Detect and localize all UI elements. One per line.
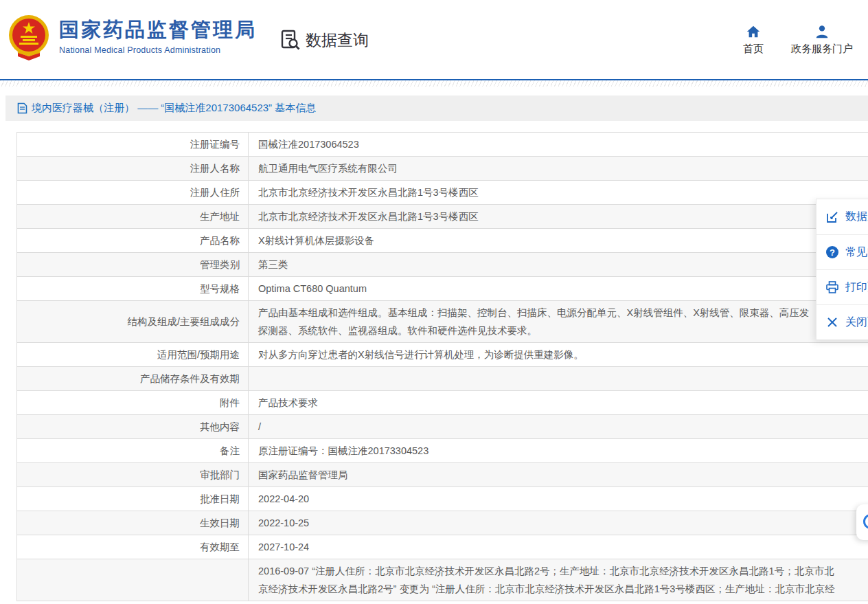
national-emblem-icon: [7, 14, 51, 60]
row-value-line: Optima CT680 Quantum: [258, 280, 868, 298]
panel-item-label: 常见问题: [845, 245, 868, 260]
data-query-section: 数据查询: [279, 29, 369, 51]
close-icon: [825, 315, 839, 329]
row-value: [249, 367, 868, 390]
table-row: 附件产品技术要求: [17, 391, 868, 415]
row-label: 型号规格: [17, 277, 249, 300]
document-icon: [17, 102, 27, 114]
row-value: 2022-10-25: [249, 511, 868, 535]
print-icon: [825, 280, 839, 294]
row-value: 航卫通用电气医疗系统有限公司: [249, 157, 868, 180]
panel-item-close[interactable]: 关闭页面: [816, 304, 868, 339]
page: 国家药品监督管理局 National Medical Products Admi…: [0, 0, 868, 604]
row-value-line: 京经济技术开发区永昌北路2号” 变更为 “注册人住所：北京市北京经济技术开发区永…: [258, 580, 868, 598]
home-icon: [746, 24, 761, 39]
row-value-line: 产品技术要求: [258, 394, 868, 412]
breadcrumb-text: 境内医疗器械（注册） —— “国械注准20173064523” 基本信息: [32, 102, 316, 115]
table-row: 注册人住所北京市北京经济技术开发区永昌北路1号3号楼西区: [17, 181, 868, 205]
row-label: 注册证编号: [17, 133, 249, 156]
nav-item-label: 政务服务门户: [791, 43, 853, 56]
row-value-line: 国家药品监督管理局: [258, 466, 868, 484]
row-value: 国家药品监督管理局: [249, 463, 868, 486]
row-value-line: 北京市北京经济技术开发区永昌北路1号3号楼西区: [258, 183, 868, 201]
table-row: 其他内容/: [17, 415, 868, 439]
row-value: 第三类: [249, 253, 868, 276]
table-row: 型号规格Optima CT680 Quantum: [17, 277, 868, 301]
panel-item-print[interactable]: 打印页面: [816, 269, 868, 304]
row-label: 结构及组成/主要组成成分: [17, 301, 249, 342]
row-label: 注册人住所: [17, 181, 249, 204]
table-row: 批准日期2022-04-20: [17, 487, 868, 511]
row-value: /: [249, 415, 868, 438]
row-value: 2016-09-07 “注册人住所：北京市北京经济技术开发区永昌北路2号；生产地…: [249, 559, 868, 601]
row-value: X射线计算机体层摄影设备: [249, 229, 868, 252]
row-value-line: 航卫通用电气医疗系统有限公司: [258, 159, 868, 177]
row-label: 管理类别: [17, 253, 249, 276]
row-label: 附件: [17, 391, 249, 414]
site-header: 国家药品监督管理局 National Medical Products Admi…: [0, 0, 868, 79]
faq-icon: ?: [825, 245, 839, 259]
user-icon: [814, 24, 830, 39]
floating-widget-button[interactable]: [856, 504, 868, 540]
hatch-strip: [0, 80, 868, 87]
table-row: 有效期至2027-10-24: [17, 535, 868, 559]
row-value: 2022-04-20: [249, 487, 868, 511]
feedback-icon: [825, 210, 839, 224]
row-label: 批准日期: [17, 487, 249, 511]
data-query-label: 数据查询: [306, 30, 369, 51]
row-value-line: 第三类: [258, 256, 868, 273]
info-table: 注册证编号国械注准20173064523注册人名称航卫通用电气医疗系统有限公司注…: [16, 132, 868, 601]
site-title-block: 国家药品监督管理局 National Medical Products Admi…: [59, 19, 257, 55]
row-value-line: 产品由基本组成和选件组成。基本组成：扫描架、控制台、扫描床、电源分配单元、X射线…: [258, 304, 868, 322]
row-value-line: 2022-04-20: [258, 490, 868, 508]
table-row: 生产地址北京市北京经济技术开发区永昌北路1号3号楼西区: [17, 205, 868, 229]
row-value-line: 2027-10-24: [258, 538, 868, 556]
table-row: 注册人名称航卫通用电气医疗系统有限公司: [17, 157, 868, 181]
row-value: 北京市北京经济技术开发区永昌北路1号3号楼西区: [249, 205, 868, 228]
row-value: 产品技术要求: [249, 391, 868, 414]
table-row: 产品名称X射线计算机体层摄影设备: [17, 229, 868, 253]
site-title: 国家药品监督管理局: [59, 19, 257, 41]
site-logo: 国家药品监督管理局 National Medical Products Admi…: [7, 14, 257, 60]
nav-item-home[interactable]: 首页: [743, 24, 764, 56]
row-label: 注册人名称: [17, 157, 249, 180]
nav-item-service-portal[interactable]: 政务服务门户: [791, 24, 853, 56]
row-label: 生效日期: [17, 511, 249, 535]
panel-item-label: 打印页面: [845, 280, 868, 295]
row-value: 产品由基本组成和选件组成。基本组成：扫描架、控制台、扫描床、电源分配单元、X射线…: [249, 301, 868, 342]
row-value-line: 2022-10-25: [258, 514, 868, 532]
row-label: 有效期至: [17, 535, 249, 559]
table-row: 审批部门国家药品监督管理局: [17, 463, 868, 487]
table-row: 生效日期2022-10-25: [17, 511, 868, 535]
table-row: 管理类别第三类: [17, 253, 868, 277]
row-value: Optima CT680 Quantum: [249, 277, 868, 300]
row-label: 生产地址: [17, 205, 249, 228]
panel-item-faq[interactable]: ? 常见问题: [816, 234, 868, 269]
row-value-line: 国械注准20173064523: [258, 135, 868, 153]
svg-text:?: ?: [830, 247, 835, 258]
row-value-line: 2016-09-07 “注册人住所：北京市北京经济技术开发区永昌北路2号；生产地…: [258, 562, 868, 580]
row-value-line: /: [258, 418, 868, 436]
row-value-line: 原注册证编号：国械注准20173304523: [258, 442, 868, 460]
row-value-line: X射线计算机体层摄影设备: [258, 232, 868, 249]
breadcrumb: 境内医疗器械（注册） —— “国械注准20173064523” 基本信息: [5, 96, 868, 121]
row-value-line: 对从多方向穿过患者的X射线信号进行计算机处理，为诊断提供重建影像。: [258, 346, 868, 363]
row-value: 国械注准20173064523: [249, 133, 868, 156]
row-label: 其他内容: [17, 415, 249, 438]
site-subtitle: National Medical Products Administration: [59, 45, 257, 55]
side-tool-panel: 数据反馈 ? 常见问题 打印页面 关闭页面: [816, 199, 868, 340]
table-row: 备注原注册证编号：国械注准20173304523: [17, 439, 868, 463]
table-row: 注册证编号国械注准20173064523: [17, 133, 868, 157]
nav-item-label: 首页: [743, 43, 764, 56]
data-query-icon: [279, 29, 301, 51]
row-value: 原注册证编号：国械注准20173304523: [249, 439, 868, 462]
table-row: 产品储存条件及有效期: [17, 367, 868, 391]
row-label: 审批部门: [17, 463, 249, 486]
top-nav: 首页 政务服务门户: [743, 24, 853, 56]
table-row: 适用范围/预期用途对从多方向穿过患者的X射线信号进行计算机处理，为诊断提供重建影…: [17, 343, 868, 367]
panel-item-data-feedback[interactable]: 数据反馈: [816, 199, 868, 234]
panel-item-label: 数据反馈: [845, 210, 868, 224]
row-label: 备注: [17, 439, 249, 462]
row-label: [17, 559, 249, 601]
row-value-line: 北京市北京经济技术开发区永昌北路1号3号楼西区: [258, 208, 868, 225]
